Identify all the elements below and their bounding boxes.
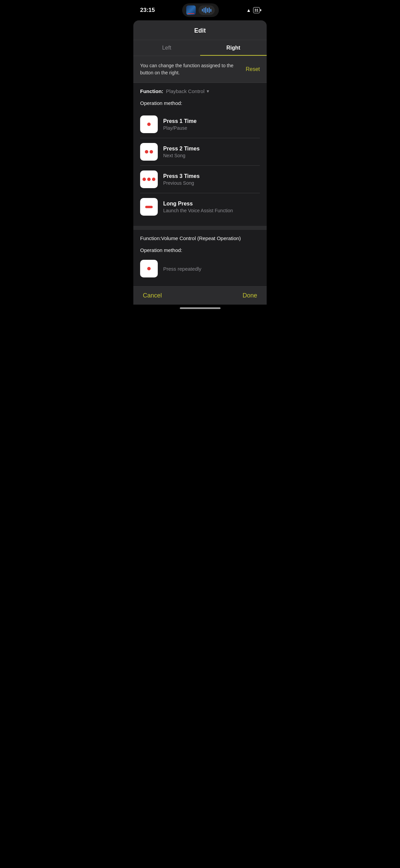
press-3-icon [140,170,158,188]
press-1-title: Press 1 Time [163,118,196,124]
bottom-bar: Cancel Done [133,286,267,305]
section-volume: Function:Volume Control (Repeat Operatio… [133,230,267,286]
audio-bar-3 [205,7,206,13]
tabs: Left Right [133,40,267,56]
status-time: 23:15 [140,7,155,14]
dynamic-island [182,3,219,17]
wifi-icon: ▲ [246,7,251,13]
dot-1 [147,123,151,126]
operation-press-3: Press 3 Times Previous Song [140,166,260,193]
operation2-method-label: Operation method: [140,247,260,253]
dot-repeat [147,267,151,270]
home-bar [180,307,221,309]
description-text: You can change the function assigned to … [140,62,240,76]
audio-bar-5 [209,7,210,13]
tab-right[interactable]: Right [200,40,267,56]
sheet-title: Edit [194,27,206,34]
press-3-subtitle: Previous Song [163,180,199,186]
tab-left[interactable]: Left [133,40,200,56]
dot-2b [150,150,153,153]
dot-3c [152,178,155,181]
press-2-subtitle: Next Song [163,153,199,158]
operation-long-press: Long Press Launch the Voice Assist Funct… [140,193,260,220]
long-press-icon [140,198,158,216]
sheet-header: Edit [133,20,267,40]
battery-level: 31 [254,8,259,12]
battery: 31 [253,7,260,13]
dot-2a [145,150,148,153]
reset-button[interactable]: Reset [246,66,260,72]
long-press-subtitle: Launch the Voice Assist Function [163,208,233,213]
dot-3b [147,178,151,181]
audio-bar-4 [207,8,208,12]
long-press-text: Long Press Launch the Voice Assist Funct… [163,201,233,213]
description-row: You can change the function assigned to … [133,56,267,83]
press-3-title: Press 3 Times [163,173,199,179]
function-row: Function: Playback Control ▼ [140,88,260,94]
dropdown-arrow-icon: ▼ [206,89,210,94]
audio-bars [198,5,215,15]
sheet-container: Edit Left Right You can change the funct… [133,20,267,305]
status-bar: 23:15 ▲ 31 [133,0,267,18]
audio-bar-2 [204,8,205,13]
dot-3a [142,178,146,181]
press-2-text: Press 2 Times Next Song [163,146,199,158]
function-select[interactable]: Playback Control ▼ [166,88,210,94]
home-indicator [133,305,267,313]
operation-method-label: Operation method: [140,100,260,106]
press-1-icon [140,115,158,133]
section-playback: Function: Playback Control ▼ Operation m… [133,83,267,226]
status-right: ▲ 31 [246,7,260,13]
long-press-title: Long Press [163,201,233,207]
function2-label: Function:Volume Control (Repeat Operatio… [140,235,260,241]
dash-icon [145,206,153,208]
press-3-text: Press 3 Times Previous Song [163,173,199,186]
press-2-title: Press 2 Times [163,146,199,152]
cancel-button[interactable]: Cancel [143,292,162,299]
press-2-icon [140,143,158,161]
press-repeat-text: Press repeatedly [163,266,202,272]
audio-bar-6 [210,9,211,12]
operation-press-repeat: Press repeatedly [140,256,260,281]
status-center [182,3,219,17]
press-1-subtitle: Play/Pause [163,125,196,131]
function-value: Playback Control [166,88,204,94]
operation-press-1: Press 1 Time Play/Pause [140,111,260,138]
press-1-text: Press 1 Time Play/Pause [163,118,196,131]
app-icon [186,5,196,15]
operation-press-2: Press 2 Times Next Song [140,138,260,166]
function-label: Function: [140,88,163,94]
audio-bar-1 [202,9,203,12]
press-repeat-icon [140,260,158,277]
done-button[interactable]: Done [243,292,257,299]
